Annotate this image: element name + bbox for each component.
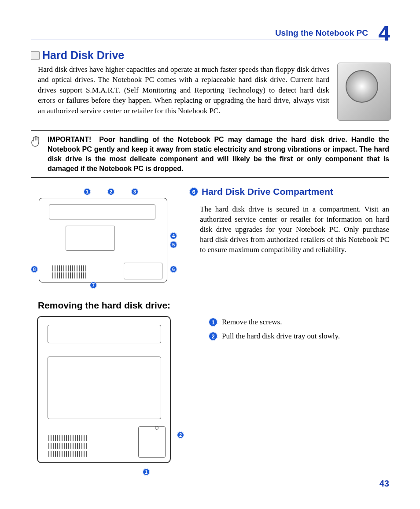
diagram-bottom-overview: 1 2 3 4 5 6 7 8 [31, 186, 179, 288]
callout-8: 8 [31, 266, 38, 273]
section-heading-text: Hard Disk Drive [42, 49, 124, 62]
step-2-text: Pull the hard disk drive tray out slowly… [222, 332, 340, 341]
intro-text: Hard disk drives have higher capacities … [38, 64, 389, 116]
important-text: IMPORTANT! Poor handling of the Notebook… [48, 135, 389, 174]
step-1: 1 Remove the screws. [209, 318, 389, 327]
diagram-removal: 1 2 [37, 316, 187, 475]
header-title: Using the Notebook PC [275, 28, 368, 38]
callout-1: 1 [84, 188, 91, 195]
hand-stop-icon [31, 136, 41, 148]
callout-7: 7 [90, 282, 97, 289]
page-header: Using the Notebook PC 4 [31, 22, 389, 40]
step-1-text: Remove the screws. [222, 318, 282, 327]
callout-2: 2 [107, 188, 114, 195]
important-label: IMPORTANT! [48, 136, 91, 143]
callout-5: 5 [170, 241, 177, 248]
compartment-callout: 6 [189, 187, 198, 196]
important-body: Poor handling of the Notebook PC may dam… [48, 136, 389, 172]
compartment-heading: 6 Hard Disk Drive Compartment [189, 186, 389, 197]
page-number: 43 [379, 479, 389, 489]
step-2: 2 Pull the hard disk drive tray out slow… [209, 332, 389, 341]
chapter-number: 4 [378, 23, 390, 44]
callout-3: 3 [131, 188, 138, 195]
section-heading: Hard Disk Drive [31, 49, 389, 62]
hdd-photo [337, 63, 391, 121]
important-note: IMPORTANT! Poor handling of the Notebook… [31, 131, 389, 178]
removal-callout-2: 2 [177, 431, 184, 438]
removal-callout-1: 1 [143, 468, 150, 476]
callout-4: 4 [170, 232, 177, 239]
removal-heading: Removing the hard disk drive: [38, 300, 389, 311]
compartment-title: Hard Disk Drive Compartment [202, 186, 333, 197]
step-2-num: 2 [209, 332, 217, 341]
callout-6: 6 [170, 266, 177, 273]
step-1-num: 1 [209, 318, 217, 327]
intro-block: Hard disk drives have higher capacities … [38, 64, 389, 123]
hdd-icon [31, 51, 40, 60]
compartment-text: The hard disk drive is secured in a comp… [200, 204, 389, 255]
removal-steps: 1 Remove the screws. 2 Pull the hard dis… [209, 316, 389, 475]
